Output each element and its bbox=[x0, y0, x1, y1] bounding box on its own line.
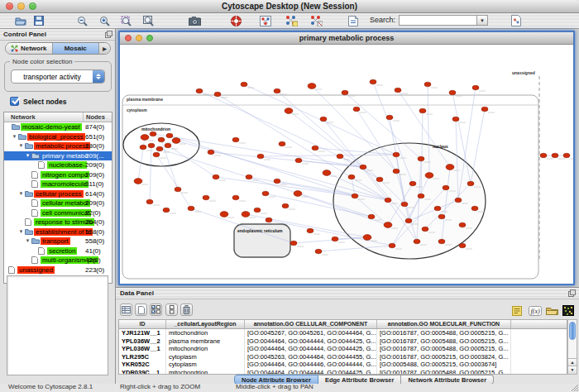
network-node[interactable] bbox=[274, 88, 280, 93]
tree-row[interactable]: nucleobase-209(0) bbox=[4, 160, 112, 170]
network-node[interactable] bbox=[384, 222, 392, 228]
tree-row[interactable]: cell communicat22(0) bbox=[4, 208, 112, 218]
network-node[interactable] bbox=[262, 191, 269, 196]
minimize-window-button[interactable] bbox=[17, 2, 25, 10]
network-node[interactable] bbox=[320, 117, 327, 122]
select-nodes-checkbox[interactable] bbox=[10, 97, 19, 106]
network-node[interactable] bbox=[332, 237, 338, 241]
network-node[interactable] bbox=[294, 191, 302, 197]
network-node[interactable] bbox=[315, 249, 322, 254]
network-node[interactable] bbox=[150, 131, 156, 136]
network-node[interactable] bbox=[434, 206, 441, 211]
window-titlebar[interactable]: Cytoscape Desktop (New Session) bbox=[0, 0, 579, 13]
network-node[interactable] bbox=[481, 107, 488, 112]
zoom-out-button[interactable] bbox=[74, 14, 89, 27]
expander-icon[interactable]: ▼ bbox=[24, 237, 31, 246]
select-attributes-button[interactable] bbox=[150, 304, 162, 316]
expander-icon[interactable]: ▼ bbox=[17, 141, 25, 151]
col-id[interactable]: ID bbox=[119, 320, 166, 328]
network-node[interactable] bbox=[459, 243, 466, 248]
node-color-dropdown[interactable]: transporter activity bbox=[11, 69, 105, 84]
table-row[interactable]: YLR295Ccytoplasm[GO:0045263, GO:0044464,… bbox=[119, 353, 567, 361]
tree-row[interactable]: unassigned223(0) bbox=[4, 265, 112, 275]
network-node[interactable] bbox=[405, 218, 412, 223]
unselect-attributes-button[interactable] bbox=[165, 304, 178, 316]
tab-mosaic[interactable]: Mosaic bbox=[53, 43, 100, 54]
network-node[interactable] bbox=[414, 239, 420, 244]
network-node[interactable] bbox=[422, 227, 428, 232]
network-node[interactable] bbox=[257, 154, 264, 159]
network-node[interactable] bbox=[459, 222, 466, 227]
network-node[interactable] bbox=[563, 153, 570, 158]
network-node[interactable] bbox=[438, 214, 445, 219]
network-node[interactable] bbox=[175, 187, 181, 192]
zoom-view-button[interactable] bbox=[146, 35, 153, 41]
network-node[interactable] bbox=[323, 170, 331, 176]
network-node[interactable] bbox=[363, 235, 371, 241]
notes-button[interactable] bbox=[510, 304, 524, 317]
tree-row[interactable]: nitrogen compo209(0) bbox=[4, 170, 112, 180]
expander-icon[interactable]: ▼ bbox=[17, 227, 25, 237]
network-node[interactable] bbox=[452, 117, 459, 122]
network-node[interactable] bbox=[425, 173, 433, 179]
network-node[interactable] bbox=[368, 214, 375, 219]
tree-row[interactable]: multi-organism pro42(0) bbox=[4, 256, 112, 265]
tree-row[interactable]: secretion41(0) bbox=[4, 246, 112, 256]
network-node[interactable] bbox=[308, 84, 316, 89]
network-overview-button[interactable] bbox=[258, 14, 273, 27]
birds-eye-view[interactable] bbox=[7, 275, 108, 375]
network-canvas[interactable]: plasma membrane cytoplasm mitochondrion … bbox=[120, 45, 573, 284]
network-node[interactable] bbox=[307, 228, 313, 233]
import-attributes-button[interactable] bbox=[545, 304, 558, 317]
col-region[interactable]: _cellularLayoutRegion bbox=[166, 320, 245, 328]
network-node[interactable] bbox=[393, 169, 400, 174]
zoom-window-button[interactable] bbox=[29, 2, 36, 10]
network-node[interactable] bbox=[279, 141, 285, 146]
expander-icon[interactable]: ▼ bbox=[24, 151, 31, 161]
float-data-panel-icon[interactable] bbox=[568, 289, 576, 300]
scrollbar-thumb[interactable] bbox=[569, 322, 576, 340]
help-button[interactable] bbox=[228, 14, 243, 27]
attribute-table-header[interactable]: ID _cellularLayoutRegion annotation.GO C… bbox=[119, 320, 567, 329]
network-node[interactable] bbox=[443, 185, 449, 190]
matrix-view-button[interactable] bbox=[562, 304, 575, 317]
network-node[interactable] bbox=[246, 174, 252, 179]
snapshot-button[interactable] bbox=[187, 14, 202, 27]
network-node[interactable] bbox=[208, 150, 214, 155]
zoom-selected-button[interactable] bbox=[118, 14, 133, 27]
search-index-button[interactable] bbox=[509, 14, 524, 27]
network-node[interactable] bbox=[393, 152, 400, 157]
network-node[interactable] bbox=[156, 146, 163, 151]
attribute-batch-button[interactable] bbox=[120, 304, 132, 316]
network-node[interactable] bbox=[385, 198, 391, 203]
network-node[interactable] bbox=[266, 218, 272, 222]
network-node[interactable] bbox=[148, 143, 155, 148]
table-row[interactable]: YPL036W__2plasma membrane[GO:0044464, GO… bbox=[119, 337, 567, 346]
save-button[interactable] bbox=[31, 14, 46, 27]
network-node[interactable] bbox=[285, 108, 293, 114]
network-node[interactable] bbox=[552, 153, 558, 158]
network-node[interactable] bbox=[153, 152, 160, 157]
open-file-button[interactable] bbox=[13, 14, 28, 27]
network-node[interactable] bbox=[213, 174, 219, 179]
network-node[interactable] bbox=[449, 90, 456, 95]
resize-grip[interactable] bbox=[570, 383, 578, 391]
network-node[interactable] bbox=[348, 174, 355, 179]
network-node[interactable] bbox=[165, 143, 171, 148]
network-window-titlebar[interactable]: primary metabolic process bbox=[120, 32, 573, 45]
network-view-window[interactable]: primary metabolic process plasma membran… bbox=[118, 31, 575, 285]
network-node[interactable] bbox=[446, 165, 454, 170]
delete-attribute-button[interactable] bbox=[180, 304, 193, 316]
network-node[interactable] bbox=[370, 79, 376, 84]
network-node[interactable] bbox=[353, 107, 360, 112]
network-node[interactable] bbox=[158, 137, 165, 142]
zoom-fit-button[interactable] bbox=[141, 14, 156, 27]
network-node[interactable] bbox=[419, 108, 426, 113]
close-view-button[interactable] bbox=[125, 35, 132, 41]
table-row[interactable]: YKR052Ccytoplasm[GO:0044464, GO:0044446,… bbox=[119, 361, 567, 369]
network-node[interactable] bbox=[172, 138, 180, 144]
network-node[interactable] bbox=[395, 88, 401, 93]
tree-row-selected[interactable]: ▼primary metabo209(... bbox=[4, 151, 112, 161]
network-node[interactable] bbox=[467, 181, 474, 186]
network-node[interactable] bbox=[418, 156, 424, 161]
